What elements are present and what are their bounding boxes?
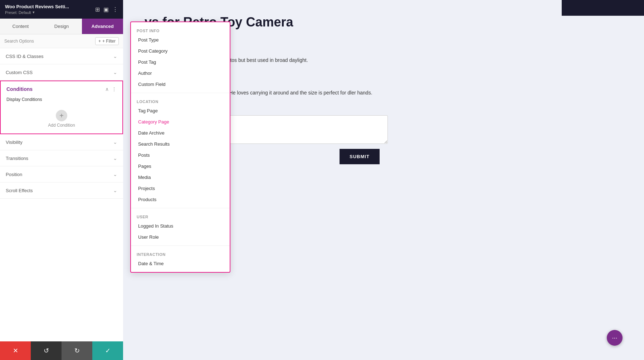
css-id-classes-title: CSS ID & Classes [6,54,43,59]
dropdown-item-post-type[interactable]: Post Type [131,34,230,45]
conditions-title: Conditions [6,86,33,92]
search-row: Search Options + + Filter [0,34,123,48]
location-label: Location [131,96,230,105]
dropdown-item-posts[interactable]: Posts [131,150,230,161]
search-label: Search Options [4,39,95,44]
title-bar-icons: ⊞ ▣ ⋮ [95,6,118,13]
redo-button[interactable]: ↻ [62,341,92,360]
chevron-down-icon: ⌄ [113,69,117,75]
chevron-down-icon: ⌄ [113,155,117,161]
transitions-title: Transitions [6,156,28,161]
add-condition-icon: + [56,110,67,121]
scroll-effects-section: Scroll Effects ⌄ [0,183,123,199]
divider-1 [131,93,230,93]
more-icon[interactable]: ⋮ [112,6,118,13]
dropdown-item-projects[interactable]: Projects [131,183,230,194]
dropdown-item-post-tag[interactable]: Post Tag [131,57,230,68]
scroll-effects-title: Scroll Effects [6,188,33,193]
scroll-effects-header[interactable]: Scroll Effects ⌄ [0,183,123,198]
tab-advanced[interactable]: Advanced [82,19,123,34]
interaction-label: Interaction [131,249,230,258]
conditions-header: Conditions ∧ ⋮ [1,81,122,97]
dropdown-item-products[interactable]: Products [131,194,230,205]
conditions-icons: ∧ ⋮ [105,86,117,92]
user-group: User Logged In Status User Role [131,211,230,243]
filter-button[interactable]: + + Filter [95,37,119,45]
chevron-down-icon: ▾ [33,10,35,15]
position-section: Position ⌄ [0,166,123,183]
custom-css-header[interactable]: Custom CSS ⌄ [0,64,123,80]
plus-icon: + [98,39,101,44]
dropdown-item-tag-page[interactable]: Tag Page [131,105,230,116]
transitions-header[interactable]: Transitions ⌄ [0,150,123,166]
fab-button[interactable]: ··· [607,330,623,346]
css-id-classes-section: CSS ID & Classes ⌄ [0,48,123,64]
submit-button[interactable]: SUBMIT [340,149,380,164]
dropdown-item-user-role[interactable]: User Role [131,232,230,243]
conditions-section: Conditions ∧ ⋮ Display Conditions + Add … [0,81,123,134]
tab-design[interactable]: Design [41,19,82,34]
dropdown-item-date-time[interactable]: Date & Time [131,258,230,269]
tab-content[interactable]: Content [0,19,41,34]
preset-label[interactable]: Preset: Default ▾ [5,10,69,15]
dropdown-item-date-archive[interactable]: Date Archive [131,127,230,138]
undo-button[interactable]: ↺ [31,341,62,360]
user-label: User [131,211,230,220]
dropdown-item-custom-field[interactable]: Custom Field [131,79,230,90]
add-condition-area[interactable]: + Add Condition [1,106,122,133]
divider-3 [131,245,230,246]
custom-css-section: Custom CSS ⌄ [0,64,123,81]
visibility-section: Visibility ⌄ [0,134,123,150]
conditions-dropdown: Post Info Post Type Post Category Post T… [130,21,230,273]
dropdown-item-post-category[interactable]: Post Category [131,45,230,57]
position-header[interactable]: Position ⌄ [0,166,123,182]
title-bar-left: Woo Product Reviews Setti... Preset: Def… [5,4,69,15]
dropdown-item-logged-in-status[interactable]: Logged In Status [131,220,230,232]
add-condition-text: Add Condition [48,123,75,128]
chevron-down-icon: ⌄ [113,139,117,145]
title-bar: Woo Product Reviews Setti... Preset: Def… [0,0,123,19]
chevron-up-icon[interactable]: ∧ [105,86,109,92]
footer-toolbar: ✕ ↺ ↻ ✓ [0,341,123,360]
dropdown-item-category-page[interactable]: Category Page [131,116,230,127]
save-button[interactable]: ✓ [92,341,123,360]
grid-icon[interactable]: ⊞ [95,6,100,13]
display-conditions-label: Display Conditions [1,97,122,106]
close-button[interactable]: ✕ [0,341,31,360]
divider-2 [131,208,230,208]
post-info-group: Post Info Post Type Post Category Post T… [131,25,230,90]
left-panel: Woo Product Reviews Setti... Preset: Def… [0,0,123,360]
location-group: Location Tag Page Category Page Date Arc… [131,96,230,205]
dropdown-item-search-results[interactable]: Search Results [131,138,230,150]
custom-css-title: Custom CSS [6,70,33,75]
interaction-group: Interaction Date & Time [131,249,230,269]
position-title: Position [6,172,22,177]
visibility-header[interactable]: Visibility ⌄ [0,134,123,150]
visibility-title: Visibility [6,140,23,145]
dropdown-item-author[interactable]: Author [131,68,230,79]
chevron-down-icon: ⌄ [113,188,117,193]
layout-icon[interactable]: ▣ [103,6,109,13]
chevron-down-icon: ⌄ [113,53,117,59]
dropdown-item-pages[interactable]: Pages [131,161,230,172]
dropdown-item-media[interactable]: Media [131,172,230,183]
panel-title: Woo Product Reviews Setti... [5,4,69,9]
post-info-label: Post Info [131,25,230,34]
tabs-row: Content Design Advanced [0,19,123,34]
chevron-down-icon: ⌄ [113,171,117,177]
transitions-section: Transitions ⌄ [0,150,123,166]
css-id-classes-header[interactable]: CSS ID & Classes ⌄ [0,48,123,64]
more-icon[interactable]: ⋮ [112,86,117,92]
top-dark-strip [562,0,644,16]
